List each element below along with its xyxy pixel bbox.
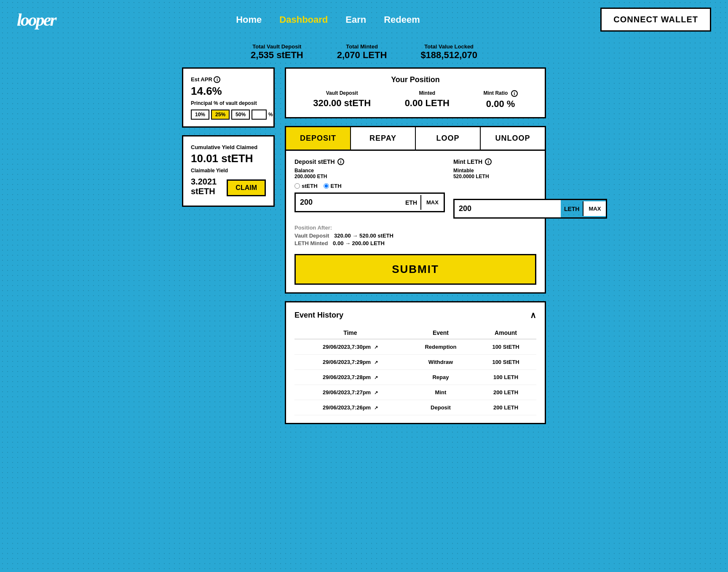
position-after-title: Position After: bbox=[294, 225, 536, 231]
action-card: DEPOSIT REPAY LOOP UNLOOP Deposit stETH … bbox=[285, 126, 546, 294]
total-vault-deposit-stat: Total Vault Deposit 2,535 stETH bbox=[251, 43, 303, 61]
logo: looper bbox=[17, 10, 56, 30]
deposit-unit: ETH bbox=[402, 199, 420, 206]
mint-input-field-row: LETH MAX bbox=[453, 199, 607, 219]
total-value-locked-value: $188,512,070 bbox=[420, 50, 477, 61]
vault-deposit-after-value: 320.00 → 520.00 stETH bbox=[334, 233, 393, 239]
event-amount: 200 LETH bbox=[475, 400, 536, 415]
external-link-icon[interactable]: ↗ bbox=[374, 375, 378, 380]
radio-eth[interactable]: ETH bbox=[324, 183, 342, 189]
vault-deposit-stat: Vault Deposit 320.00 stETH bbox=[313, 90, 371, 110]
main-layout: Est APR i 14.6% Principal % of vault dep… bbox=[0, 67, 728, 424]
minted-value: 0.00 LETH bbox=[405, 98, 450, 109]
balance-label: Balance 200.0000 ETH bbox=[294, 168, 445, 179]
deposit-amount-input[interactable] bbox=[296, 194, 402, 211]
percent-buttons: 10% 25% 50% % bbox=[191, 110, 266, 120]
mint-unit: LETH bbox=[561, 206, 583, 212]
pct-50-button[interactable]: 50% bbox=[231, 110, 250, 120]
leth-minted-after-value: 0.00 → 200.00 LETH bbox=[333, 240, 385, 246]
leth-minted-after-label: LETH Minted bbox=[294, 240, 328, 246]
connect-wallet-button[interactable]: CONNECT WALLET bbox=[600, 8, 711, 32]
radio-row: stETH ETH bbox=[294, 183, 445, 189]
external-link-icon[interactable]: ↗ bbox=[374, 360, 378, 365]
event-history-card: Event History ∧ Time Event Amount 29/06/… bbox=[285, 301, 546, 424]
est-apr-label: Est APR i bbox=[191, 76, 266, 83]
table-row: 29/06/2023,7:27pm ↗ Mint 200 LETH bbox=[294, 385, 536, 400]
cumulative-yield-value: 10.01 stETH bbox=[191, 152, 266, 165]
cumulative-yield-label: Cumulative Yield Claimed bbox=[191, 144, 266, 150]
total-minted-label: Total Minted bbox=[337, 43, 387, 50]
event-type: Mint bbox=[406, 385, 475, 400]
vault-deposit-value: 320.00 stETH bbox=[313, 98, 371, 109]
total-minted-value: 2,070 LETH bbox=[337, 50, 387, 61]
deposit-input-field-row: ETH MAX bbox=[294, 192, 445, 212]
event-amount: 200 LETH bbox=[475, 385, 536, 400]
two-col-inputs: Deposit stETH i Balance 200.0000 ETH stE… bbox=[294, 158, 536, 219]
mint-info-icon[interactable]: i bbox=[485, 158, 492, 165]
col-event: Event bbox=[406, 327, 475, 339]
mint-input-group: Mint LETH i Mintable 520.0000 LETH LETH … bbox=[453, 158, 607, 219]
claimable-yield-value: 3.2021 stETH bbox=[191, 177, 227, 196]
radio-eth-input[interactable] bbox=[324, 183, 329, 189]
nav-dashboard[interactable]: Dashboard bbox=[279, 14, 328, 25]
total-value-locked-label: Total Value Locked bbox=[420, 43, 477, 50]
deposit-info-icon[interactable]: i bbox=[337, 158, 344, 165]
pct-25-button[interactable]: 25% bbox=[211, 110, 230, 120]
external-link-icon[interactable]: ↗ bbox=[374, 345, 378, 350]
event-type: Deposit bbox=[406, 400, 475, 415]
tab-row: DEPOSIT REPAY LOOP UNLOOP bbox=[286, 127, 545, 151]
pct-10-button[interactable]: 10% bbox=[191, 110, 209, 120]
cumulative-yield-card: Cumulative Yield Claimed 10.01 stETH Cla… bbox=[182, 135, 275, 207]
mint-title: Mint LETH i bbox=[453, 158, 607, 165]
tab-loop[interactable]: LOOP bbox=[416, 127, 481, 150]
col-time: Time bbox=[294, 327, 406, 339]
claim-button[interactable]: CLAIM bbox=[227, 179, 266, 196]
your-position-title: Your Position bbox=[296, 75, 535, 84]
table-row: 29/06/2023,7:26pm ↗ Deposit 200 LETH bbox=[294, 400, 536, 415]
mint-ratio-info-icon[interactable]: i bbox=[511, 90, 518, 97]
position-stats: Vault Deposit 320.00 stETH Minted 0.00 L… bbox=[296, 90, 535, 110]
main-nav: Home Dashboard Earn Redeem bbox=[236, 14, 420, 25]
total-vault-deposit-label: Total Vault Deposit bbox=[251, 43, 303, 50]
event-amount: 100 StETH bbox=[475, 355, 536, 370]
event-history-collapse-icon[interactable]: ∧ bbox=[530, 310, 536, 320]
table-row: 29/06/2023,7:30pm ↗ Redemption 100 StETH bbox=[294, 339, 536, 355]
tab-deposit[interactable]: DEPOSIT bbox=[286, 127, 351, 150]
deposit-input-group: Deposit stETH i Balance 200.0000 ETH stE… bbox=[294, 158, 445, 219]
tab-repay[interactable]: REPAY bbox=[351, 127, 416, 150]
event-type: Repay bbox=[406, 370, 475, 385]
radio-steth[interactable]: stETH bbox=[294, 183, 318, 189]
est-apr-info-icon[interactable]: i bbox=[214, 76, 220, 83]
nav-home[interactable]: Home bbox=[236, 14, 262, 25]
event-history-header: Event History ∧ bbox=[294, 310, 536, 320]
event-amount: 100 StETH bbox=[475, 339, 536, 355]
external-link-icon[interactable]: ↗ bbox=[374, 405, 378, 410]
est-apr-value: 14.6% bbox=[191, 85, 266, 98]
principal-label: Principal % of vault deposit bbox=[191, 100, 266, 106]
nav-earn[interactable]: Earn bbox=[345, 14, 366, 25]
deposit-max-button[interactable]: MAX bbox=[420, 195, 444, 210]
mint-ratio-value: 0.00 % bbox=[483, 99, 517, 110]
stats-row: Total Vault Deposit 2,535 stETH Total Mi… bbox=[0, 43, 728, 61]
event-history-title: Event History bbox=[294, 311, 343, 320]
deposit-title: Deposit stETH i bbox=[294, 158, 445, 165]
mint-amount-input[interactable] bbox=[455, 200, 561, 217]
mint-max-button[interactable]: MAX bbox=[583, 201, 606, 216]
col-amount: Amount bbox=[475, 327, 536, 339]
tab-unloop[interactable]: UNLOOP bbox=[481, 127, 545, 150]
mint-ratio-stat: Mint Ratio i 0.00 % bbox=[483, 90, 517, 110]
event-time: 29/06/2023,7:29pm ↗ bbox=[294, 355, 406, 370]
event-type: Withdraw bbox=[406, 355, 475, 370]
position-after: Position After: Vault Deposit 320.00 → 5… bbox=[294, 225, 536, 246]
leth-minted-after-row: LETH Minted 0.00 → 200.00 LETH bbox=[294, 240, 536, 246]
your-position-card: Your Position Vault Deposit 320.00 stETH… bbox=[285, 67, 546, 118]
event-type: Redemption bbox=[406, 339, 475, 355]
event-time: 29/06/2023,7:26pm ↗ bbox=[294, 400, 406, 415]
radio-steth-input[interactable] bbox=[294, 183, 300, 189]
event-table: Time Event Amount 29/06/2023,7:30pm ↗ Re… bbox=[294, 327, 536, 415]
external-link-icon[interactable]: ↗ bbox=[374, 390, 378, 395]
submit-button[interactable]: SUBMIT bbox=[294, 254, 536, 285]
nav-redeem[interactable]: Redeem bbox=[384, 14, 420, 25]
custom-pct-input[interactable] bbox=[252, 110, 267, 120]
claimable-yield-label: Claimable Yield bbox=[191, 168, 266, 174]
